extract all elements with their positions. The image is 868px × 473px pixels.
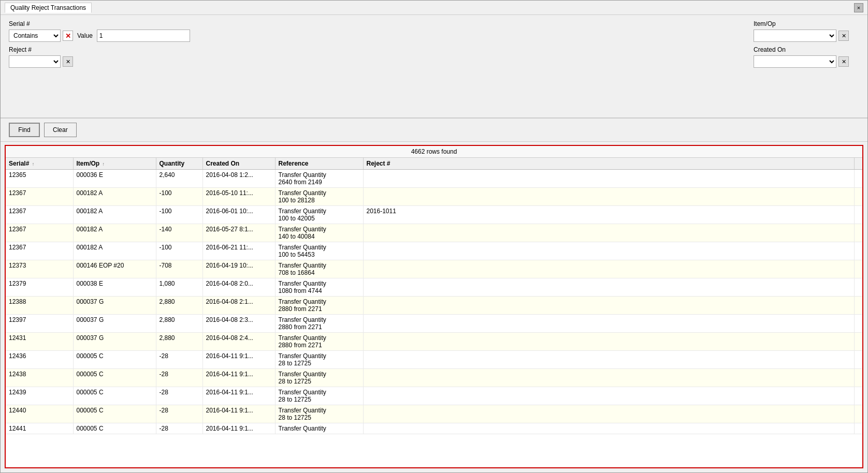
col-header-itemop[interactable]: Item/Op ↑ [73, 158, 156, 170]
itemop-clear-button[interactable]: ✕ [838, 31, 849, 41]
cell-created: 2016-04-11 9:1... [202, 405, 275, 423]
itemop-sort-icon: ↑ [103, 161, 105, 167]
table-row[interactable]: 12431000037 G2,8802016-04-08 2:4...Trans… [6, 333, 862, 351]
table-row[interactable]: 12397000037 G2,8802016-04-08 2:3...Trans… [6, 315, 862, 333]
cell-scroll-spacer [854, 188, 862, 206]
cell-reject [363, 297, 854, 315]
cell-itemop: 000005 C [73, 387, 156, 405]
col-header-qty[interactable]: Quantity [156, 158, 202, 170]
find-button[interactable]: Find [9, 123, 40, 137]
table-body: 12365000036 E2,6402016-04-08 1:2...Trans… [6, 170, 862, 434]
cell-reference: Transfer Quantity140 to 40084 [275, 224, 363, 242]
itemop-select[interactable] [754, 29, 836, 42]
table-row[interactable]: 12367000182 A-1002016-05-10 11:...Transf… [6, 188, 862, 206]
cell-reject [363, 242, 854, 260]
table-row[interactable]: 12441000005 C-282016-04-11 9:1...Transfe… [6, 423, 862, 434]
cell-created: 2016-04-11 9:1... [202, 351, 275, 369]
reject-operator-select[interactable] [9, 55, 61, 68]
createdon-label: Created On [754, 46, 849, 53]
cell-serial: 12439 [6, 387, 73, 405]
cell-scroll-spacer [854, 260, 862, 278]
cell-scroll-spacer [854, 242, 862, 260]
cell-created: 2016-05-10 11:... [202, 188, 275, 206]
table-row[interactable]: 12436000005 C-282016-04-11 9:1...Transfe… [6, 351, 862, 369]
cell-serial: 12365 [6, 170, 73, 188]
cell-created: 2016-04-19 10:... [202, 260, 275, 278]
cell-reference: Transfer Quantity1080 from 4744 [275, 278, 363, 297]
cell-reject [363, 351, 854, 369]
close-button[interactable]: × [854, 3, 863, 12]
cell-reject [363, 170, 854, 188]
cell-created: 2016-04-08 2:1... [202, 297, 275, 315]
cell-reject [363, 333, 854, 351]
createdon-controls: ✕ [754, 55, 849, 68]
table-wrapper[interactable]: Serial# ↑ Item/Op ↑ Quantity Created On [6, 158, 862, 467]
filter-row-2: Reject # ✕ Created On ✕ [9, 46, 859, 68]
serial-sort-icon: ↑ [32, 161, 35, 167]
cell-created: 2016-06-21 11:... [202, 242, 275, 260]
cell-created: 2016-04-08 2:0... [202, 278, 275, 297]
cell-scroll-spacer [854, 297, 862, 315]
table-row[interactable]: 12367000182 A-1002016-06-21 11:...Transf… [6, 242, 862, 260]
cell-scroll-spacer [854, 369, 862, 387]
serial-value-input[interactable] [97, 29, 190, 42]
serial-clear-button[interactable]: ✕ [63, 31, 73, 41]
table-row[interactable]: 12439000005 C-282016-04-11 9:1...Transfe… [6, 387, 862, 405]
cell-reference: Transfer Quantity100 to 54453 [275, 242, 363, 260]
cell-scroll-spacer [854, 224, 862, 242]
createdon-select[interactable] [754, 55, 836, 68]
cell-reference: Transfer Quantity [275, 423, 363, 434]
cell-scroll-spacer [854, 333, 862, 351]
cell-reject [363, 423, 854, 434]
table-row[interactable]: 12438000005 C-282016-04-11 9:1...Transfe… [6, 369, 862, 387]
cell-serial: 12438 [6, 369, 73, 387]
results-table: Serial# ↑ Item/Op ↑ Quantity Created On [6, 158, 862, 434]
cell-serial: 12373 [6, 260, 73, 278]
cell-qty: 1,080 [156, 278, 202, 297]
cell-qty: 2,880 [156, 315, 202, 333]
table-row[interactable]: 12367000182 A-1002016-06-01 10:...Transf… [6, 206, 862, 224]
cell-created: 2016-06-01 10:... [202, 206, 275, 224]
col-header-created[interactable]: Created On [202, 158, 275, 170]
cell-reference: Transfer Quantity2880 from 2271 [275, 315, 363, 333]
table-row[interactable]: 12388000037 G2,8802016-04-08 2:1...Trans… [6, 297, 862, 315]
cell-qty: 2,640 [156, 170, 202, 188]
cell-serial: 12367 [6, 188, 73, 206]
cell-reference: Transfer Quantity100 to 28128 [275, 188, 363, 206]
cell-created: 2016-04-11 9:1... [202, 387, 275, 405]
createdon-clear-button[interactable]: ✕ [838, 56, 849, 67]
table-header: Serial# ↑ Item/Op ↑ Quantity Created On [6, 158, 862, 170]
cell-reject [363, 369, 854, 387]
cell-serial: 12388 [6, 297, 73, 315]
cell-itemop: 000005 C [73, 369, 156, 387]
cell-created: 2016-04-08 2:3... [202, 315, 275, 333]
results-count: 4662 rows found [6, 146, 862, 158]
cell-scroll-spacer [854, 278, 862, 297]
cell-created: 2016-05-27 8:1... [202, 224, 275, 242]
col-header-reject[interactable]: Reject # [363, 158, 854, 170]
cell-itemop: 000182 A [73, 242, 156, 260]
cell-reference: Transfer Quantity100 to 42005 [275, 206, 363, 224]
cell-reject [363, 387, 854, 405]
cell-itemop: 000037 G [73, 297, 156, 315]
reject-controls: ✕ [9, 55, 73, 68]
cell-serial: 12379 [6, 278, 73, 297]
clear-button[interactable]: Clear [44, 123, 77, 137]
col-header-serial[interactable]: Serial# ↑ [6, 158, 73, 170]
table-row[interactable]: 12365000036 E2,6402016-04-08 1:2...Trans… [6, 170, 862, 188]
table-row[interactable]: 12379000038 E1,0802016-04-08 2:0...Trans… [6, 278, 862, 297]
table-row[interactable]: 12367000182 A-1402016-05-27 8:1...Transf… [6, 224, 862, 242]
results-section: 4662 rows found Serial# ↑ [5, 145, 863, 468]
table-row[interactable]: 12373000146 EOP #20-7082016-04-19 10:...… [6, 260, 862, 278]
cell-qty: -28 [156, 405, 202, 423]
cell-serial: 12367 [6, 224, 73, 242]
table-row[interactable]: 12440000005 C-282016-04-11 9:1...Transfe… [6, 405, 862, 423]
cell-scroll-spacer [854, 387, 862, 405]
itemop-controls: ✕ [754, 29, 849, 42]
cell-reject [363, 315, 854, 333]
serial-operator-select[interactable]: Contains Equals Starts With Ends With [9, 29, 61, 42]
toolbar: Find Clear [1, 119, 867, 142]
cell-serial: 12436 [6, 351, 73, 369]
col-header-ref[interactable]: Reference [275, 158, 363, 170]
reject-clear-button[interactable]: ✕ [63, 56, 73, 67]
